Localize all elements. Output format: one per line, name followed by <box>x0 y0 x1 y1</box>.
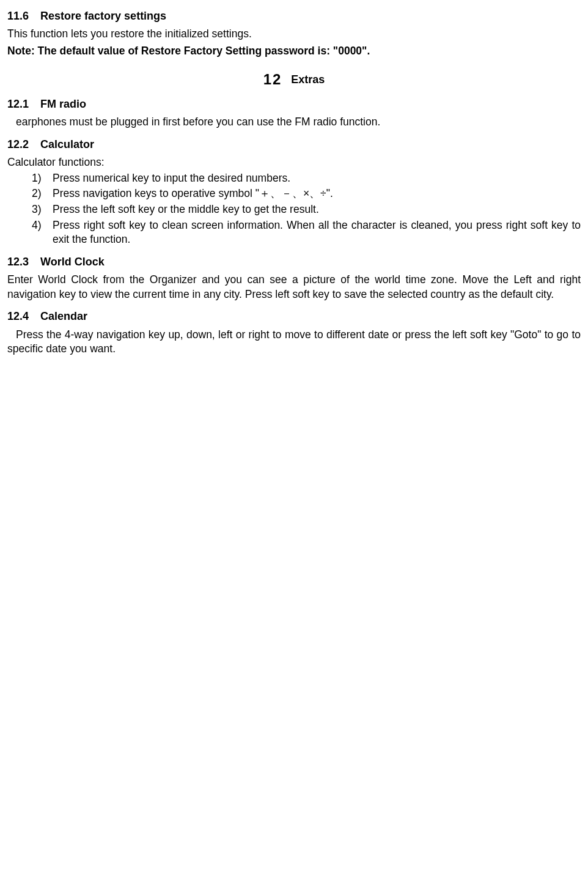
list-item: 3) Press the left soft key or the middle… <box>32 202 581 217</box>
heading-number: 12.1 <box>7 97 29 111</box>
heading-12-2: 12.2 Calculator <box>7 137 581 152</box>
paragraph-note: Note: The default value of Restore Facto… <box>7 44 581 59</box>
heading-title: World Clock <box>40 256 105 268</box>
list-text: Press the left soft key or the middle ke… <box>53 203 319 215</box>
list-marker: 3) <box>32 202 42 217</box>
heading-number: 12.4 <box>7 309 29 324</box>
chapter-number: 12 <box>263 71 282 87</box>
list-item: 2) Press navigation keys to operative sy… <box>32 187 581 201</box>
list-marker: 1) <box>32 171 42 186</box>
list-item: 4) Press right soft key to clean screen … <box>32 218 581 247</box>
list-marker: 4) <box>32 218 42 233</box>
heading-12-3: 12.3 World Clock <box>7 254 581 269</box>
paragraph: earphones must be plugged in first befor… <box>7 115 581 130</box>
paragraph: This function lets you restore the initi… <box>7 27 581 42</box>
list-item: 1) Press numerical key to input the desi… <box>32 171 581 186</box>
list-text: Press right soft key to clean screen inf… <box>53 219 581 246</box>
chapter-title: Extras <box>291 73 325 86</box>
heading-number: 12.2 <box>7 137 29 152</box>
heading-11-6: 11.6 Restore factory settings <box>7 9 581 23</box>
heading-12-1: 12.1 FM radio <box>7 97 581 111</box>
heading-title: Calendar <box>40 310 87 322</box>
heading-title: Restore factory settings <box>40 10 166 22</box>
paragraph: Enter World Clock from the Organizer and… <box>7 273 581 302</box>
calculator-steps-list: 1) Press numerical key to input the desi… <box>7 171 581 247</box>
heading-12-4: 12.4 Calendar <box>7 309 581 324</box>
paragraph: Calculator functions: <box>7 155 581 170</box>
heading-title: Calculator <box>40 138 94 150</box>
heading-number: 11.6 <box>7 9 29 23</box>
list-text: Press navigation keys to operative symbo… <box>53 187 333 199</box>
heading-number: 12.3 <box>7 254 29 269</box>
paragraph: Press the 4-way navigation key up, down,… <box>7 328 581 357</box>
heading-title: FM radio <box>40 98 86 110</box>
list-text: Press numerical key to input the desired… <box>53 172 290 184</box>
list-marker: 2) <box>32 187 42 201</box>
chapter-heading-12: 12 Extras <box>7 70 581 89</box>
